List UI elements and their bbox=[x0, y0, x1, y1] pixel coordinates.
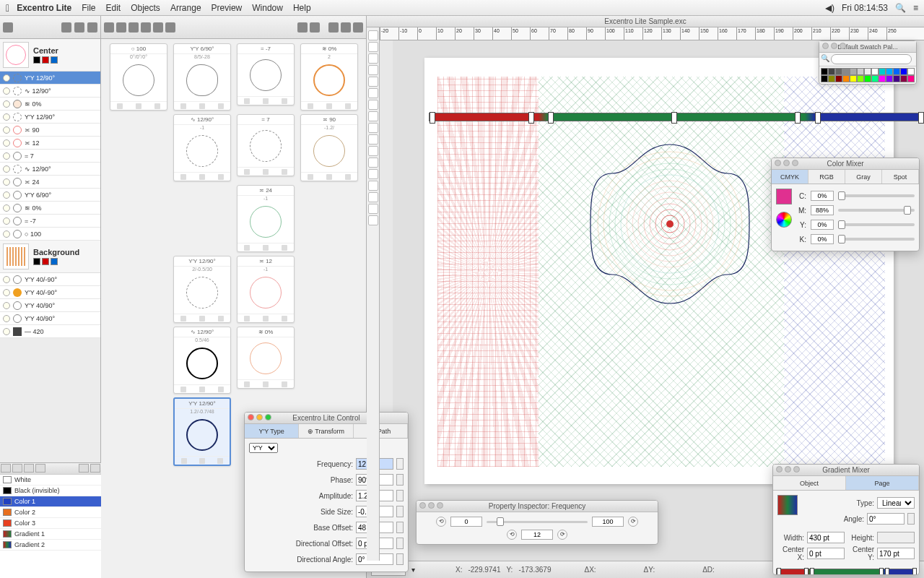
cy-input[interactable] bbox=[877, 548, 915, 559]
wavy-select[interactable]: Y'Y bbox=[249, 443, 278, 453]
object-row[interactable]: = -7 bbox=[0, 215, 100, 228]
visibility-icon[interactable] bbox=[3, 113, 10, 121]
swatch-view-icon[interactable] bbox=[35, 464, 45, 473]
swatch-cell[interactable] bbox=[864, 68, 871, 75]
graph-node[interactable]: ≋ 0%2 bbox=[300, 43, 358, 111]
menu-preview[interactable]: Preview bbox=[212, 3, 243, 13]
shape-tool-icon[interactable] bbox=[368, 146, 378, 156]
stepper-icon[interactable] bbox=[396, 458, 404, 470]
tab-transform[interactable]: ⊕ Transform bbox=[299, 424, 353, 438]
swatch-cell[interactable] bbox=[835, 68, 842, 75]
shape-tool-icon[interactable] bbox=[368, 123, 378, 133]
swatch-row[interactable]: White bbox=[0, 475, 101, 486]
min-input[interactable] bbox=[450, 517, 482, 527]
visibility-icon[interactable] bbox=[3, 74, 10, 82]
swatch-cell[interactable] bbox=[842, 68, 850, 75]
visibility-icon[interactable] bbox=[3, 178, 10, 186]
toolbar-icon[interactable] bbox=[165, 22, 175, 33]
swatch-cell[interactable] bbox=[886, 75, 893, 82]
swatch-row[interactable]: Gradient 2 bbox=[0, 540, 101, 551]
toolbar-icon[interactable] bbox=[297, 22, 308, 33]
graph-node[interactable]: ≋ 0% bbox=[237, 327, 295, 389]
shape-tool-icon[interactable] bbox=[368, 100, 378, 110]
object-row[interactable]: ≍ 90 bbox=[0, 124, 100, 137]
toolbar-icon[interactable] bbox=[116, 22, 126, 33]
graph-node[interactable]: ○ 1000°/0°/0° bbox=[110, 43, 167, 111]
toolbar-icon[interactable] bbox=[87, 22, 97, 33]
menu-help[interactable]: Help bbox=[293, 3, 311, 13]
object-row[interactable]: Y'Y 12/90° bbox=[0, 72, 100, 85]
visibility-icon[interactable] bbox=[3, 152, 10, 160]
zoom-tool-icon[interactable] bbox=[368, 215, 378, 225]
panel-title[interactable]: Default Swatch Pal... bbox=[819, 41, 916, 53]
apple-logo-icon[interactable]:  bbox=[6, 2, 9, 14]
panel-title[interactable]: Gradient Mixer bbox=[773, 465, 919, 476]
swatch-cell[interactable] bbox=[879, 68, 886, 75]
visibility-icon[interactable] bbox=[3, 87, 10, 95]
menu-file[interactable]: File bbox=[82, 3, 95, 13]
c-input[interactable] bbox=[811, 191, 834, 201]
graph-node[interactable]: ∿ 12/90°0.5/46 bbox=[173, 327, 231, 394]
swatch-search-input[interactable] bbox=[831, 54, 912, 64]
tab-object[interactable]: Object bbox=[773, 476, 846, 490]
swatch-cell[interactable] bbox=[886, 68, 893, 75]
swatch-cell[interactable] bbox=[842, 75, 850, 82]
menu-objects[interactable]: Objects bbox=[131, 3, 160, 13]
stepper-icon[interactable] bbox=[907, 513, 915, 525]
object-row[interactable]: Y'Y 12/90° bbox=[0, 111, 100, 124]
toolbar-icon[interactable] bbox=[153, 22, 163, 33]
reset-icon[interactable]: ⟲ bbox=[507, 530, 517, 540]
shape-tool-icon[interactable] bbox=[368, 77, 378, 87]
swatch-view-icon[interactable] bbox=[1, 464, 11, 473]
object-row[interactable]: — 420 bbox=[0, 325, 100, 338]
select-tool-icon[interactable] bbox=[368, 30, 378, 40]
tab-gray[interactable]: Gray bbox=[845, 170, 882, 184]
direct-select-tool-icon[interactable] bbox=[368, 42, 378, 52]
shape-tool-icon[interactable] bbox=[368, 181, 378, 191]
object-row[interactable]: ≍ 24 bbox=[0, 176, 100, 189]
swatch-cell[interactable] bbox=[907, 68, 915, 75]
zoom-stepper-icon[interactable]: ▾ bbox=[411, 566, 415, 574]
graph-node-selected[interactable]: Y'Y 12/90°1.2/-0.7/48 bbox=[173, 397, 231, 466]
swatch-cell[interactable] bbox=[871, 68, 879, 75]
object-row[interactable]: ∿ 12/90° bbox=[0, 85, 100, 98]
toolbar-icon[interactable] bbox=[328, 22, 339, 33]
shape-tool-icon[interactable] bbox=[368, 158, 378, 168]
gradient-bar[interactable] bbox=[429, 113, 924, 121]
object-row[interactable]: ≋ 0% bbox=[0, 98, 100, 111]
visibility-icon[interactable] bbox=[3, 302, 10, 309]
stepper-icon[interactable] bbox=[396, 474, 404, 486]
visibility-icon[interactable] bbox=[3, 165, 10, 173]
swatch-cell[interactable] bbox=[850, 68, 857, 75]
y-slider[interactable] bbox=[838, 223, 915, 226]
swatch-row[interactable]: Gradient 1 bbox=[0, 529, 101, 540]
object-row[interactable]: ≍ 12 bbox=[0, 137, 100, 150]
panel-title[interactable]: Excentro Lite Control bbox=[245, 413, 408, 424]
graph-node[interactable]: ∿ 12/90°-1 bbox=[173, 114, 231, 181]
graph-node[interactable]: Y'Y 12/90°2/-0.5/30 bbox=[173, 256, 231, 323]
menu-arrange[interactable]: Arrange bbox=[170, 3, 201, 13]
hand-tool-icon[interactable] bbox=[368, 204, 378, 214]
toolbar-icon[interactable] bbox=[141, 22, 151, 33]
tab-page[interactable]: Page bbox=[846, 476, 919, 490]
gradient-preview[interactable] bbox=[777, 495, 798, 515]
shape-tool-icon[interactable] bbox=[368, 111, 378, 121]
measure-tool-icon[interactable] bbox=[368, 192, 378, 202]
panel-title[interactable]: Color Mixer bbox=[772, 158, 919, 170]
graph-node[interactable]: = -7 bbox=[237, 43, 295, 105]
object-row[interactable]: Y'Y 40/-90° bbox=[0, 286, 100, 299]
toolbar-icon[interactable] bbox=[104, 22, 114, 33]
panel-title[interactable]: Property Inspector: Frequency bbox=[417, 501, 658, 512]
visibility-icon[interactable] bbox=[3, 100, 10, 108]
shape-tool-icon[interactable] bbox=[368, 53, 378, 64]
shape-tool-icon[interactable] bbox=[368, 88, 378, 98]
shape-tool-icon[interactable] bbox=[368, 169, 378, 179]
object-row[interactable]: Y'Y 40/-90° bbox=[0, 273, 100, 286]
m-input[interactable] bbox=[811, 205, 834, 215]
swatch-cell[interactable] bbox=[907, 75, 915, 82]
swatch-cell[interactable] bbox=[850, 75, 857, 82]
stepper-icon[interactable] bbox=[396, 506, 404, 517]
menu-edit[interactable]: Edit bbox=[106, 3, 121, 13]
object-row[interactable]: ∿ 12/90° bbox=[0, 163, 100, 176]
swatch-cell[interactable] bbox=[821, 68, 828, 75]
